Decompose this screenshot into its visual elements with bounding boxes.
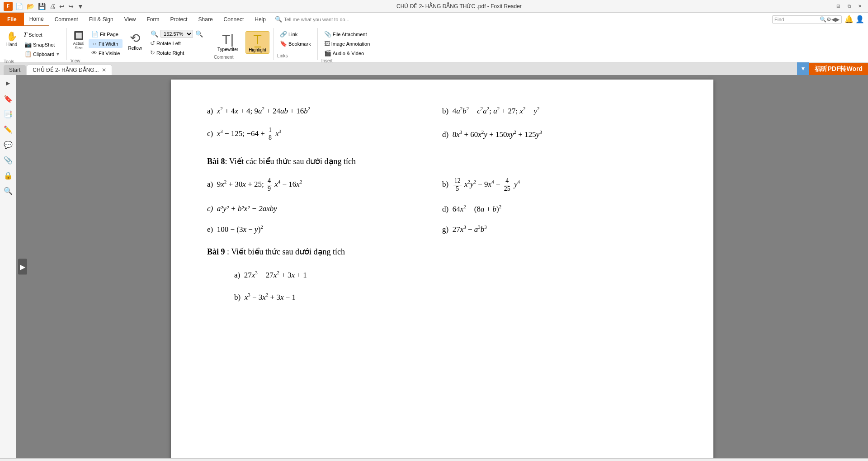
win-minimize[interactable]: ⊟ (834, 2, 843, 10)
bai8-c: c) a²y² + b²x² − 2axby (207, 204, 277, 213)
zoom-in-btn[interactable]: 🔍 (194, 30, 204, 38)
bai8-row-eg: e) 100 − (3x − y)2 g) 27x3 − a3b3 (207, 225, 677, 235)
tools-label: Tools (4, 59, 14, 65)
reflow-button[interactable]: ⟲ Reflow (124, 30, 146, 52)
highlight-button[interactable]: T̲ Highlight (245, 31, 269, 54)
win-close[interactable]: ✕ (855, 2, 864, 10)
tab-dropdown-btn[interactable]: ▼ (797, 62, 810, 75)
rotate-right-button[interactable]: ↻ Rotate Right (147, 48, 206, 57)
sidebar-annotation-icon[interactable]: ✏️ (2, 123, 14, 136)
clipboard-dropdown-icon[interactable]: ▼ (56, 52, 60, 56)
bai8-col-d: d) 64x2 − (8a + b)2 (442, 204, 677, 214)
actual-size-icon: 🔲 (74, 31, 84, 41)
zoom-out-btn[interactable]: 🔍 (149, 30, 160, 38)
links-section: 🔗 Link 🔖 Bookmark Links (274, 28, 318, 60)
hand-tool-button[interactable]: ✋ Hand (4, 30, 20, 48)
link-icon: 🔗 (280, 31, 287, 38)
frac-num-4: 4 (267, 177, 272, 185)
frac-den-5: 5 (455, 185, 460, 193)
bai8-d: d) 64x2 − (8a + b)2 (442, 205, 501, 213)
bai8-col-a: a) 9x2 + 30x + 25; 4 9 x4 − 16x2 (207, 177, 442, 193)
menu-protect[interactable]: Protect (165, 13, 193, 26)
sidebar-layers-icon[interactable]: 📑 (2, 108, 14, 120)
highlight-icon: T̲ (254, 33, 261, 47)
find-input[interactable] (774, 17, 820, 22)
insert-section: 📎 File Attachment 🖼 Image Annotation 🎬 A… (318, 28, 377, 60)
bai9-b: b) x3 − 3x2 + 3x − 1 (234, 293, 296, 301)
find-icon[interactable]: 🔍 (820, 16, 826, 23)
frac-4-25: 4 25 (503, 177, 511, 193)
clipboard-button[interactable]: 📋 Clipboard ▼ (22, 50, 63, 58)
math-1a: a) x2 + 4x + 4; 9a2 + 24ab + 16b2 (207, 107, 310, 115)
user-icon[interactable]: 👤 (855, 15, 864, 24)
menu-form[interactable]: Form (142, 13, 165, 26)
app-icon: F (4, 2, 13, 11)
rotate-left-button[interactable]: ↺ Rotate Left (147, 39, 206, 47)
tab-close-btn[interactable]: ✕ (102, 67, 106, 73)
find-prev-icon[interactable]: ◀ (831, 16, 835, 23)
left-sidebar: ▶ 🔖 📑 ✏️ 💬 📎 🔒 🔍 (0, 75, 16, 458)
nav-arrow-left[interactable]: ▶ (18, 259, 27, 275)
tell-me-input[interactable] (284, 17, 356, 22)
tab-doc[interactable]: CHỦ ĐỀ 2- HẰNG ĐẲNG... ✕ (27, 65, 112, 75)
find-settings-icon[interactable]: ⚙ (826, 16, 831, 23)
menu-share[interactable]: Share (193, 13, 218, 26)
fit-page-button[interactable]: 📄 Fit Page (89, 30, 123, 38)
menu-comment[interactable]: Comment (49, 13, 84, 26)
quick-undo[interactable]: ↩ (58, 2, 66, 11)
menu-help[interactable]: Help (249, 13, 271, 26)
sidebar-nav-arrow[interactable]: ▶ (2, 77, 14, 89)
select-tool-button[interactable]: 𝑇 Select (22, 30, 63, 39)
select-icon: 𝑇 (24, 31, 27, 38)
menu-connect[interactable]: Connect (218, 13, 250, 26)
frac-1-8: 1 8 (268, 127, 273, 142)
bell-icon[interactable]: 🔔 (844, 15, 854, 24)
link-button[interactable]: 🔗 Link (277, 30, 314, 38)
math-col-2d: d) 8x3 + 60x2y + 150xy2 + 125y3 (442, 129, 677, 139)
quick-print[interactable]: 🖨 (48, 2, 57, 11)
bai8-row-cd: c) a²y² + b²x² − 2axby d) 64x2 − (8a + b… (207, 204, 677, 214)
quick-new[interactable]: 📄 (14, 2, 24, 11)
image-annotation-button[interactable]: 🖼 Image Annotation (321, 39, 373, 48)
title-bar: F 📄 📂 💾 🖨 ↩ ↪ ▼ CHỦ ĐỀ 2- HẰNG ĐẲNG THỨC… (0, 0, 868, 13)
reflow-icon: ⟲ (130, 31, 140, 46)
menu-bar: File Home Comment Fill & Sign View Form … (0, 13, 868, 26)
tab-start[interactable]: Start (4, 65, 26, 75)
bai8-a: a) 9x2 + 30x + 25; 4 9 x4 − 16x2 (207, 180, 302, 188)
menu-fill-sign[interactable]: Fill & Sign (84, 13, 119, 26)
insert-label: Insert (321, 58, 333, 64)
sidebar-security-icon[interactable]: 🔒 (2, 169, 14, 182)
bai8-g: g) 27x3 − a3b3 (442, 225, 487, 234)
zoom-select[interactable]: 152.57% 100% 75% (160, 30, 193, 38)
quick-customize[interactable]: ▼ (76, 2, 85, 11)
fit-width-icon: ↔ (91, 40, 97, 47)
bookmark-button[interactable]: 🔖 Bookmark (277, 39, 314, 48)
actual-size-button[interactable]: 🔲 ActualSize (71, 30, 87, 51)
math-2d: d) 8x3 + 60x2y + 150xy2 + 125y3 (442, 130, 542, 139)
find-next-icon[interactable]: ▶ (835, 16, 840, 23)
sidebar-search-icon[interactable]: 🔍 (2, 184, 14, 197)
quick-save[interactable]: 💾 (37, 2, 47, 11)
menu-home[interactable]: Home (24, 13, 49, 26)
sidebar-stamp-icon[interactable]: 💬 (2, 138, 14, 151)
typewriter-button[interactable]: T| Typewriter (214, 30, 242, 54)
snapshot-button[interactable]: 📷 SnapShot (22, 40, 63, 49)
sidebar-attachment-icon[interactable]: 📎 (2, 154, 14, 166)
audio-video-button[interactable]: 🎬 Audio & Video (321, 49, 373, 57)
fit-width-button[interactable]: ↔ Fit Width (89, 39, 123, 48)
menu-file[interactable]: File (0, 13, 24, 26)
sidebar-bookmark-icon[interactable]: 🔖 (2, 92, 14, 105)
menu-view[interactable]: View (119, 13, 142, 26)
win-restore[interactable]: ⧉ (844, 2, 854, 10)
frac-den-9: 9 (267, 185, 272, 193)
quick-redo[interactable]: ↪ (67, 2, 75, 11)
bai8-heading: Bài 8 (207, 157, 225, 166)
bai8-e: e) 100 − (3x − y)2 (207, 225, 263, 234)
bai8-col-c: c) a²y² + b²x² − 2axby (207, 204, 442, 213)
file-attachment-button[interactable]: 📎 File Attachment (321, 30, 373, 38)
fit-visible-button[interactable]: 👁 Fit Visible (89, 49, 123, 57)
quick-open[interactable]: 📂 (26, 2, 35, 11)
select-label: Select (28, 32, 42, 38)
math-row-1: a) x2 + 4x + 4; 9a2 + 24ab + 16b2 b) 4a2… (207, 106, 677, 116)
file-attachment-icon: 📎 (324, 31, 331, 38)
